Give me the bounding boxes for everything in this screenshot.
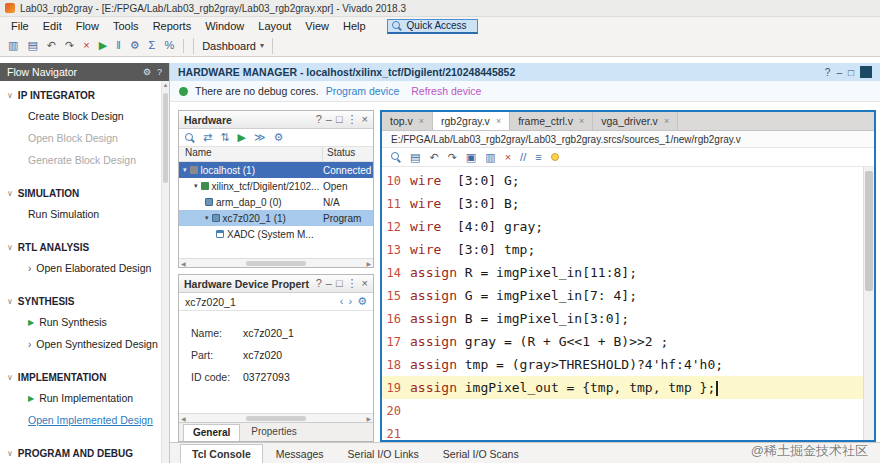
quick-access-search[interactable]: Quick Access xyxy=(387,19,478,34)
help-icon[interactable]: ? xyxy=(316,114,322,125)
code-area[interactable]: 10wire [3:0] G;11wire [3:0] B;12wire [4:… xyxy=(382,167,863,440)
refresh-icon[interactable]: ⇅ xyxy=(220,132,229,143)
close-icon[interactable]: × xyxy=(664,116,669,126)
code-line[interactable]: 11wire [3:0] B; xyxy=(382,192,863,215)
menu-icon[interactable]: ⋮ xyxy=(347,278,358,289)
link-refresh-device[interactable]: Refresh device xyxy=(411,85,481,97)
editor-scrollbar[interactable] xyxy=(863,167,874,440)
console-tab-messages[interactable]: Messages xyxy=(265,445,335,463)
code-line[interactable]: 17assign gray = (R + G<<1 + B)>>2 ; xyxy=(382,330,863,353)
new-project-icon[interactable]: ▥ xyxy=(8,40,18,51)
link-program-device[interactable]: Program device xyxy=(326,85,400,97)
menu-view[interactable]: View xyxy=(298,19,336,33)
code-line[interactable]: 16assign B = imgPixel_in[3:0]; xyxy=(382,307,863,330)
scrollbar-thumb[interactable] xyxy=(865,171,873,291)
help-icon[interactable]: ? xyxy=(316,278,322,289)
settings-icon[interactable]: ⚙ xyxy=(273,132,283,143)
float-icon[interactable]: □ xyxy=(848,67,854,78)
toggle-lines-icon[interactable]: ≡ xyxy=(535,152,541,163)
minimize-icon[interactable]: – xyxy=(326,278,332,289)
tab-properties[interactable]: Properties xyxy=(242,424,306,441)
dashboard-dropdown[interactable]: Dashboard ▾ xyxy=(193,38,273,54)
menu-window[interactable]: Window xyxy=(198,19,251,33)
tab-general[interactable]: General xyxy=(183,424,240,441)
console-tab-tcl-console[interactable]: Tcl Console xyxy=(180,444,263,463)
minimize-icon[interactable]: – xyxy=(836,67,842,78)
scrollbar-thumb[interactable] xyxy=(246,416,306,421)
close-icon[interactable]: × xyxy=(496,116,501,126)
settings-icon[interactable]: ⚙ xyxy=(130,40,140,51)
cut-icon[interactable]: ▣ xyxy=(466,152,476,163)
flow-item-open-synthesized-design[interactable]: ›Open Synthesized Design xyxy=(0,333,169,355)
flow-item-run-simulation[interactable]: Run Simulation xyxy=(0,203,169,225)
back-icon[interactable]: ‹ xyxy=(340,296,344,307)
code-line[interactable]: 13wire [3:0] tmp; xyxy=(382,238,863,261)
sigma-icon[interactable]: Σ xyxy=(149,40,156,51)
flow-item-create-block-design[interactable]: Create Block Design xyxy=(0,105,169,127)
flownav-settings-icon[interactable]: ⚙ xyxy=(143,67,151,77)
redo-icon[interactable]: ↷ xyxy=(65,40,74,51)
step-icon[interactable]: ≫ xyxy=(254,132,266,143)
scroll-left-icon[interactable]: ◀ xyxy=(181,415,186,422)
editor-tab-top-v[interactable]: top.v× xyxy=(382,112,433,130)
report-icon[interactable]: % xyxy=(164,40,174,51)
device-hscrollbar[interactable]: ◀ ▶ xyxy=(179,413,373,422)
menu-reports[interactable]: Reports xyxy=(146,19,199,33)
flownav-help-icon[interactable]: ? xyxy=(157,67,162,77)
code-line[interactable]: 12wire [4:0] gray; xyxy=(382,215,863,238)
editor-tab-vga-driver-v[interactable]: vga_driver.v× xyxy=(593,112,678,130)
hardware-row[interactable]: XADC (System M... xyxy=(179,226,373,242)
close-icon[interactable]: × xyxy=(362,114,368,125)
column-status[interactable]: Status xyxy=(323,147,373,161)
save-icon[interactable]: ▤ xyxy=(410,152,420,163)
hardware-row[interactable]: ▾xc7z020_1 (1)Program xyxy=(179,210,373,226)
flow-item-open-implemented-design[interactable]: Open Implemented Design xyxy=(0,409,169,431)
code-line[interactable]: 21 xyxy=(382,422,863,440)
expander-icon[interactable]: ▾ xyxy=(205,214,209,222)
scrollbar-thumb[interactable] xyxy=(163,93,168,183)
redo-icon[interactable]: ↷ xyxy=(448,152,457,163)
code-line[interactable]: 10wire [3:0] G; xyxy=(382,169,863,192)
settings-icon[interactable]: ⚙ xyxy=(357,296,367,307)
undo-icon[interactable]: ↶ xyxy=(429,152,438,163)
pause-icon[interactable]: ‖ xyxy=(116,40,121,51)
scroll-right-icon[interactable]: ▶ xyxy=(366,260,371,267)
hardware-row[interactable]: ▾xilinx_tcf/Digilent/2102...Open xyxy=(179,178,373,194)
comment-icon[interactable]: // xyxy=(520,152,526,163)
run-icon[interactable]: ▶ xyxy=(99,40,107,51)
float-icon[interactable]: □ xyxy=(336,114,343,125)
flow-section-program-and-debug[interactable]: ∨PROGRAM AND DEBUG xyxy=(0,444,169,463)
flow-item-run-synthesis[interactable]: ▶Run Synthesis xyxy=(0,311,169,333)
code-line[interactable]: 19assign imgPixel_out = {tmp, tmp, tmp }… xyxy=(382,376,863,399)
menu-flow[interactable]: Flow xyxy=(69,19,106,33)
expander-icon[interactable]: ▾ xyxy=(183,166,187,174)
scrollbar-thumb[interactable] xyxy=(246,261,306,266)
forward-icon[interactable]: › xyxy=(348,296,352,307)
panel-control-icon[interactable] xyxy=(860,66,872,78)
minimize-icon[interactable]: – xyxy=(326,114,332,125)
close-icon[interactable]: × xyxy=(579,116,584,126)
menu-layout[interactable]: Layout xyxy=(251,19,298,33)
close-icon[interactable]: × xyxy=(362,278,368,289)
delete-icon[interactable]: × xyxy=(505,152,511,163)
console-tab-serial-i-o-links[interactable]: Serial I/O Links xyxy=(337,445,430,463)
undo-icon[interactable]: ↶ xyxy=(47,40,56,51)
float-icon[interactable]: □ xyxy=(336,278,343,289)
flow-section-rtl-analysis[interactable]: ∨RTL ANALYSIS xyxy=(0,238,169,257)
menu-tools[interactable]: Tools xyxy=(106,19,146,33)
column-name[interactable]: Name xyxy=(179,147,323,161)
save-icon[interactable]: ▤ xyxy=(27,40,37,51)
copy-icon[interactable]: ▥ xyxy=(485,152,495,163)
hardware-hscrollbar[interactable]: ◀ ▶ xyxy=(179,258,373,267)
code-line[interactable]: 15assign G = imgPixel_in[7: 4]; xyxy=(382,284,863,307)
flownav-scrollbar[interactable]: ▲ xyxy=(161,81,169,463)
hardware-row[interactable]: ▾localhost (1)Connected xyxy=(179,162,373,178)
expander-icon[interactable]: ▾ xyxy=(194,182,198,190)
scroll-up-icon[interactable]: ▲ xyxy=(162,81,169,88)
close-red-icon[interactable]: × xyxy=(83,40,89,51)
flow-section-simulation[interactable]: ∨SIMULATION xyxy=(0,184,169,203)
lightbulb-icon[interactable] xyxy=(551,153,559,161)
console-tab-serial-i-o-scans[interactable]: Serial I/O Scans xyxy=(432,445,530,463)
code-line[interactable]: 14assign R = imgPixel_in[11:8]; xyxy=(382,261,863,284)
code-line[interactable]: 20 xyxy=(382,399,863,422)
